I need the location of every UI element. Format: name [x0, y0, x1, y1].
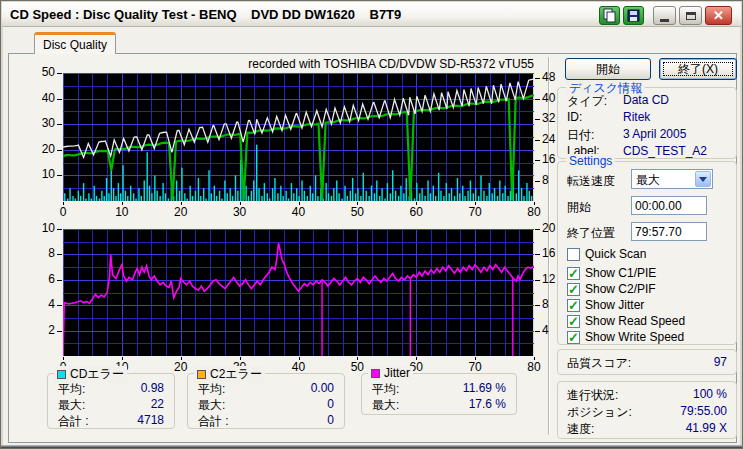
axis-tick [535, 78, 540, 79]
axis-tick [57, 175, 62, 176]
axis-tick [57, 280, 62, 281]
stat-value: 0.98 [141, 381, 164, 398]
x-axis-tick-label: 10 [110, 206, 134, 219]
disc-info-label: 日付: [567, 127, 594, 144]
y-axis-left-tick-label: 2 [29, 324, 55, 337]
y-axis-left-tick-label: 6 [29, 273, 55, 286]
stat-value: 11.69 % [463, 381, 506, 398]
y-axis-left-tick-label: 10 [29, 222, 55, 235]
speed-select[interactable]: 最大 [631, 169, 713, 189]
y-axis-left-tick-label: 10 [29, 168, 55, 181]
axis-tick [357, 357, 358, 360]
stat-label: 最大: [198, 397, 225, 414]
speed-value-label: 速度: [567, 421, 594, 438]
axis-tick [535, 181, 540, 182]
stat-label: 合計 : [58, 413, 89, 430]
y-axis-left-tick-label: 50 [29, 66, 55, 79]
chevron-down-icon[interactable] [695, 171, 711, 187]
plot-area [63, 73, 534, 201]
plot-area [63, 229, 534, 356]
axis-tick [57, 99, 62, 100]
start-pos-label: 開始 [567, 199, 591, 216]
axis-tick [535, 119, 540, 120]
checkbox-show-c2-pif[interactable]: ✓ [567, 283, 580, 296]
axis-tick [240, 202, 241, 205]
axis-tick [535, 305, 540, 306]
x-axis-tick-label: 50 [345, 206, 369, 219]
axis-tick [57, 254, 62, 255]
y-axis-left-tick-label: 4 [29, 298, 55, 311]
app-window: CD Speed : Disc Quality Test - BENQ DVD … [0, 0, 743, 449]
stat-value: 0.00 [311, 381, 334, 398]
checkbox-show-read-speed[interactable]: ✓ [567, 315, 580, 328]
speed-label: 転送速度 [567, 173, 615, 190]
position-value: 79:55.00 [627, 404, 727, 418]
axis-tick [63, 357, 64, 360]
jitter-swatch [371, 369, 380, 378]
y-axis-left-tick-label: 40 [29, 92, 55, 105]
axis-tick [57, 229, 62, 230]
axis-tick [122, 202, 123, 205]
start-button[interactable]: 開始 [565, 58, 651, 80]
stat-label: 平均: [198, 381, 225, 398]
axis-tick [57, 305, 62, 306]
axis-tick [535, 160, 540, 161]
stat-value: 0 [327, 397, 334, 414]
c1-pie-errors-series [65, 145, 532, 201]
tab-label: Disc Quality [43, 38, 107, 52]
settings-legend: Settings [566, 154, 615, 168]
stat-label: 平均: [58, 381, 85, 398]
checkbox-quick-scan[interactable]: ✓ [567, 248, 580, 261]
axis-tick [63, 202, 64, 205]
axis-tick [181, 357, 182, 360]
x-axis-tick-label: 60 [404, 206, 428, 219]
c2-error-swatch [197, 370, 206, 379]
stat-label: 最大: [58, 397, 85, 414]
axis-tick [535, 229, 540, 230]
checkbox-show-jitter[interactable]: ✓ [567, 299, 580, 312]
axis-tick [475, 357, 476, 360]
c2-error-panel: C2エラー 平均:0.00 最大:0 合計 :0 [187, 373, 345, 429]
checkbox-show-c1-pie[interactable]: ✓ [567, 267, 580, 280]
jitter-panel: Jitter 平均:11.69 % 最大:17.6 % [361, 373, 517, 415]
x-axis-tick-label: 0 [51, 206, 75, 219]
disc-info-value: Data CD [623, 93, 669, 107]
position-label: ポジション: [567, 404, 632, 421]
stat-value: 17.6 % [469, 397, 506, 414]
stat-label: 平均: [372, 381, 399, 398]
disc-info-label: ID: [567, 110, 582, 124]
x-axis-tick-label: 80 [522, 361, 546, 374]
axis-tick [535, 331, 540, 332]
axis-tick [240, 357, 241, 360]
y-axis-left-tick-label: 20 [29, 143, 55, 156]
axis-tick [535, 254, 540, 255]
axis-tick [299, 202, 300, 205]
disc-info-value: 3 April 2005 [623, 127, 686, 141]
checkbox-show-write-speed[interactable]: ✓ [567, 331, 580, 344]
start-pos-input[interactable]: 00:00.00 [631, 196, 707, 215]
disc-info-value: CDS_TEST_A2 [623, 144, 707, 158]
x-axis-tick-label: 70 [463, 206, 487, 219]
stat-label: 合計 : [198, 413, 229, 430]
cd-error-swatch [57, 370, 66, 379]
tab-disc-quality[interactable]: Disc Quality [34, 32, 116, 54]
x-axis-tick-label: 30 [228, 206, 252, 219]
cd-error-panel: CDエラー 平均:0.98 最大:22 合計 :4718 [47, 373, 175, 429]
jitter-legend: Jitter [384, 366, 410, 380]
end-pos-input[interactable]: 79:57.70 [631, 222, 707, 241]
axis-tick [357, 202, 358, 205]
stat-value: 4718 [137, 413, 164, 430]
disc-info-value: Ritek [623, 110, 650, 124]
axis-tick [181, 202, 182, 205]
progress-value: 100 % [627, 387, 727, 401]
axis-tick [535, 140, 540, 141]
axis-tick [57, 150, 62, 151]
exit-button[interactable]: 終了(X) [659, 58, 737, 80]
axis-tick [475, 202, 476, 205]
axis-tick [122, 357, 123, 360]
x-axis-tick-label: 40 [287, 206, 311, 219]
y-axis-left-tick-label: 30 [29, 117, 55, 130]
stat-value: 22 [151, 397, 164, 414]
y-axis-left-tick-label: 8 [29, 247, 55, 260]
axis-tick [535, 99, 540, 100]
